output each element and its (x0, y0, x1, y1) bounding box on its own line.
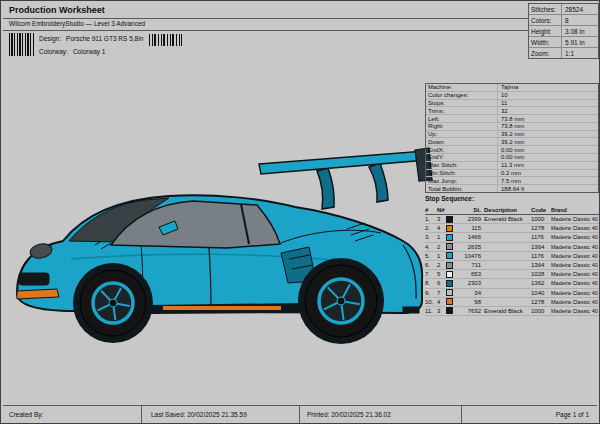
color-chip (446, 252, 453, 259)
col-description: Description (484, 207, 531, 213)
row-number: 8. (425, 280, 437, 286)
stop-row: 7. 5 653 1028 Madeira Classic 40 (425, 270, 599, 279)
rear-wing (259, 148, 432, 209)
stitch-count: 2303 (457, 280, 484, 286)
colorway-label: Colorway: (39, 48, 68, 55)
footer-created-by: Created By: (9, 406, 43, 423)
machine-row-value: 7.5 mm (498, 178, 521, 184)
thread-code: 1040 (531, 290, 551, 296)
color-chip (446, 262, 453, 269)
stat-label: Stitches: (529, 4, 562, 14)
stitch-count: 115 (457, 225, 484, 231)
col-number: # (425, 207, 437, 213)
stitch-count: 653 (457, 271, 484, 277)
machine-row-label: Trims: (426, 107, 498, 114)
machine-row: Total Bobbin: 188.64 ft (426, 185, 598, 192)
thread-brand: Madeira Classic 40 (551, 308, 599, 314)
stop-row: 1. 3 2399 Emerald Black 1000 Madeira Cla… (425, 215, 599, 224)
footer-divider (3, 405, 597, 406)
machine-row-label: Machine: (426, 84, 498, 91)
thread-code: 1278 (531, 299, 551, 305)
stitch-count: 1466 (457, 234, 484, 240)
stat-row: Zoom: 1:1 (529, 48, 598, 58)
stop-row: 5. 1 10476 1176 Madeira Classic 40 (425, 252, 599, 261)
row-number: 1. (425, 216, 437, 222)
stitch-count: 2399 (457, 216, 484, 222)
stop-row: 4. 2 2635 1364 Madeira Classic 40 (425, 243, 599, 252)
machine-row-label: Stops: (426, 100, 498, 107)
stat-value: 1:1 (562, 50, 574, 57)
needle-number: 4 (437, 299, 446, 305)
row-number: 6. (425, 262, 437, 268)
stop-rows: 1. 3 2399 Emerald Black 1000 Madeira Cla… (425, 215, 599, 316)
machine-row-value: 32 (498, 108, 508, 114)
needle-number: 1 (437, 234, 446, 240)
machine-row: EndX: 0.00 mm (426, 146, 598, 154)
exhaust (403, 307, 419, 313)
thread-code: 1000 (531, 216, 551, 222)
machine-row-label: Max Jump: (426, 177, 498, 184)
machine-row-label: Min Stitch: (426, 170, 498, 177)
col-code: Code (531, 207, 551, 213)
machine-row-label: Left: (426, 115, 498, 122)
stop-row: 10. 4 98 1278 Madeira Classic 40 (425, 298, 599, 307)
stat-row: Colors: 8 (529, 15, 598, 26)
row-number: 4. (425, 244, 437, 250)
thread-description: Emerald Black (484, 216, 531, 222)
design-barcode (9, 33, 35, 56)
machine-row: Stops: 11 (426, 100, 598, 108)
stitch-count: 98 (457, 299, 484, 305)
machine-row-label: Up: (426, 131, 498, 138)
stop-sequence-table: # N# St. Description Code Brand 1. 3 239… (425, 205, 599, 316)
needle-number: 3 (437, 216, 446, 222)
color-chip (446, 280, 453, 287)
thread-code: 1000 (531, 308, 551, 314)
colorway-barcode (149, 34, 182, 46)
color-chip (446, 234, 453, 241)
col-needle: N# (437, 207, 446, 213)
color-chip (446, 216, 453, 223)
stat-value: 8 (562, 17, 569, 24)
machine-row-value: 73.8 mm (498, 116, 524, 122)
row-number: 10. (425, 299, 437, 305)
needle-number: 1 (437, 253, 446, 259)
machine-row-value: 188.64 ft (498, 186, 524, 192)
thread-code: 1364 (531, 244, 551, 250)
machine-row-value: 0.00 mm (498, 154, 524, 160)
thread-code: 1028 (531, 271, 551, 277)
row-number: 11. (425, 308, 437, 314)
stop-row: 11. 3 7632 Emerald Black 1000 Madeira Cl… (425, 307, 599, 316)
colorway-name: Colorway 1 (73, 48, 106, 55)
thread-code: 1362 (531, 280, 551, 286)
machine-row-value: Tajima (498, 84, 518, 90)
stat-value: 28524 (562, 6, 583, 13)
thread-brand: Madeira Classic 40 (551, 262, 599, 268)
thread-brand: Madeira Classic 40 (551, 225, 599, 231)
page-title: Production Worksheet (9, 5, 105, 15)
machine-row-label: Color changes: (426, 92, 498, 99)
thread-brand: Madeira Classic 40 (551, 244, 599, 250)
stat-row: Width: 5.91 in (529, 37, 598, 48)
col-brand: Brand (551, 207, 599, 213)
machine-row-value: 0.2 mm (498, 170, 521, 176)
stat-label: Height: (529, 26, 562, 36)
thread-code: 1278 (531, 225, 551, 231)
machine-row-value: 39.2 mm (498, 139, 524, 145)
design-stats-panel: Stitches: 28524 Colors: 8 Height: 3.08 i… (528, 3, 599, 59)
col-stitches: St. (457, 207, 484, 213)
row-number: 3. (425, 234, 437, 240)
needle-number: 3 (437, 308, 446, 314)
machine-row: Max Stitch: 11.3 mm (426, 162, 598, 170)
production-worksheet-page: Production Worksheet Wilcom EmbroiderySt… (0, 0, 600, 424)
machine-row-value: 39.2 mm (498, 131, 524, 137)
stat-label: Colors: (529, 15, 562, 25)
needle-number: 5 (437, 271, 446, 277)
machine-row: Trims: 32 (426, 107, 598, 115)
machine-row-label: EndX: (426, 146, 498, 153)
machine-row: Machine: Tajima (426, 84, 598, 92)
stitch-count: 711 (457, 262, 484, 268)
stat-label: Width: (529, 37, 562, 47)
stop-sequence-header: # N# St. Description Code Brand (425, 205, 599, 215)
machine-row: Down: 39.2 mm (426, 138, 598, 146)
front-wheel (73, 263, 153, 343)
